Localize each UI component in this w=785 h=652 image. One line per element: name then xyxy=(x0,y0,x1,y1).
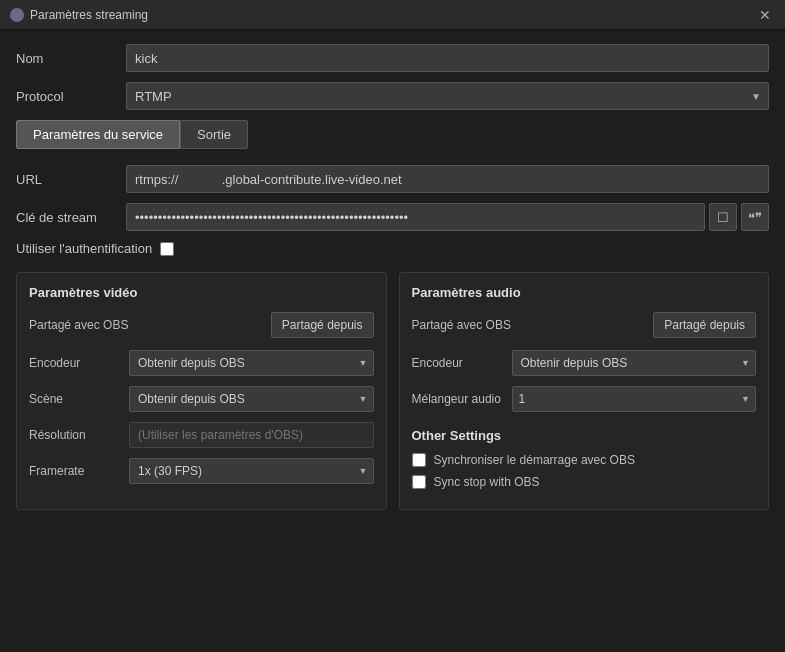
video-resolution-row: Résolution xyxy=(29,422,374,448)
sync-stop-checkbox[interactable] xyxy=(412,475,426,489)
sync-start-row: Synchroniser le démarrage avec OBS xyxy=(412,453,757,467)
audio-mixer-row: Mélangeur audio 1 2 3 ▼ xyxy=(412,386,757,412)
video-framerate-select[interactable]: 1x (30 FPS) 1x (60 FPS) 2x (60 FPS) xyxy=(129,458,374,484)
video-panel: Paramètres vidéo Partagé avec OBS Partag… xyxy=(16,272,387,510)
content: Nom Protocol RTMP SRT RIST ▼ Paramètres … xyxy=(0,30,785,524)
other-settings: Other Settings Synchroniser le démarrage… xyxy=(412,428,757,489)
audio-mixer-select-wrap: 1 2 3 ▼ xyxy=(512,386,757,412)
audio-mixer-label: Mélangeur audio xyxy=(412,392,512,406)
show-key-button[interactable]: ☐ xyxy=(709,203,737,231)
audio-shared-row: Partagé avec OBS Partagé depuis xyxy=(412,312,757,338)
video-resolution-label: Résolution xyxy=(29,428,129,442)
nom-row: Nom xyxy=(16,44,769,72)
sync-stop-row: Sync stop with OBS xyxy=(412,475,757,489)
title-bar-title: Paramètres streaming xyxy=(30,8,148,22)
protocol-row: Protocol RTMP SRT RIST ▼ xyxy=(16,82,769,110)
audio-encoder-select[interactable]: Obtenir depuis OBS xyxy=(512,350,757,376)
audio-encoder-row: Encodeur Obtenir depuis OBS ▼ xyxy=(412,350,757,376)
audio-mixer-select[interactable]: 1 2 3 xyxy=(512,386,757,412)
protocol-label: Protocol xyxy=(16,89,126,104)
video-scene-select[interactable]: Obtenir depuis OBS xyxy=(129,386,374,412)
protocol-select-wrapper: RTMP SRT RIST ▼ xyxy=(126,82,769,110)
video-shared-label: Partagé avec OBS xyxy=(29,318,128,332)
nom-input[interactable] xyxy=(126,44,769,72)
stream-key-input[interactable] xyxy=(126,203,705,231)
video-shared-btn[interactable]: Partagé depuis xyxy=(271,312,374,338)
video-framerate-row: Framerate 1x (30 FPS) 1x (60 FPS) 2x (60… xyxy=(29,458,374,484)
video-framerate-select-wrap: 1x (30 FPS) 1x (60 FPS) 2x (60 FPS) ▼ xyxy=(129,458,374,484)
audio-panel: Paramètres audio Partagé avec OBS Partag… xyxy=(399,272,770,510)
other-settings-title: Other Settings xyxy=(412,428,757,443)
video-encoder-row: Encodeur Obtenir depuis OBS ▼ xyxy=(29,350,374,376)
audio-encoder-label: Encodeur xyxy=(412,356,512,370)
url-input[interactable] xyxy=(126,165,769,193)
panels: Paramètres vidéo Partagé avec OBS Partag… xyxy=(16,272,769,510)
audio-encoder-select-wrap: Obtenir depuis OBS ▼ xyxy=(512,350,757,376)
nom-label: Nom xyxy=(16,51,126,66)
title-bar-left: Paramètres streaming xyxy=(10,8,148,22)
video-encoder-select-wrap: Obtenir depuis OBS ▼ xyxy=(129,350,374,376)
title-bar: Paramètres streaming ✕ xyxy=(0,0,785,30)
sync-stop-label: Sync stop with OBS xyxy=(434,475,540,489)
video-scene-row: Scène Obtenir depuis OBS ▼ xyxy=(29,386,374,412)
protocol-select[interactable]: RTMP SRT RIST xyxy=(126,82,769,110)
stream-key-row: Clé de stream ☐ ❝❞ xyxy=(16,203,769,231)
auth-row: Utiliser l'authentification xyxy=(16,241,769,256)
video-shared-row: Partagé avec OBS Partagé depuis xyxy=(29,312,374,338)
sync-start-label: Synchroniser le démarrage avec OBS xyxy=(434,453,635,467)
tabs: Paramètres du service Sortie xyxy=(16,120,769,149)
video-scene-label: Scène xyxy=(29,392,129,406)
auth-checkbox[interactable] xyxy=(160,242,174,256)
sync-start-checkbox[interactable] xyxy=(412,453,426,467)
audio-shared-label: Partagé avec OBS xyxy=(412,318,511,332)
stream-key-label: Clé de stream xyxy=(16,210,126,225)
audio-panel-title: Paramètres audio xyxy=(412,285,757,300)
video-encoder-label: Encodeur xyxy=(29,356,129,370)
settings-icon xyxy=(10,8,24,22)
video-panel-title: Paramètres vidéo xyxy=(29,285,374,300)
copy-key-button[interactable]: ❝❞ xyxy=(741,203,769,231)
close-button[interactable]: ✕ xyxy=(755,6,775,24)
video-resolution-input[interactable] xyxy=(129,422,374,448)
audio-shared-btn[interactable]: Partagé depuis xyxy=(653,312,756,338)
url-row: URL xyxy=(16,165,769,193)
auth-label: Utiliser l'authentification xyxy=(16,241,152,256)
stream-key-input-wrap: ☐ ❝❞ xyxy=(126,203,769,231)
video-encoder-select[interactable]: Obtenir depuis OBS xyxy=(129,350,374,376)
tab-service[interactable]: Paramètres du service xyxy=(16,120,180,149)
tab-sortie[interactable]: Sortie xyxy=(180,120,248,149)
video-scene-select-wrap: Obtenir depuis OBS ▼ xyxy=(129,386,374,412)
url-label: URL xyxy=(16,172,126,187)
video-framerate-label: Framerate xyxy=(29,464,129,478)
